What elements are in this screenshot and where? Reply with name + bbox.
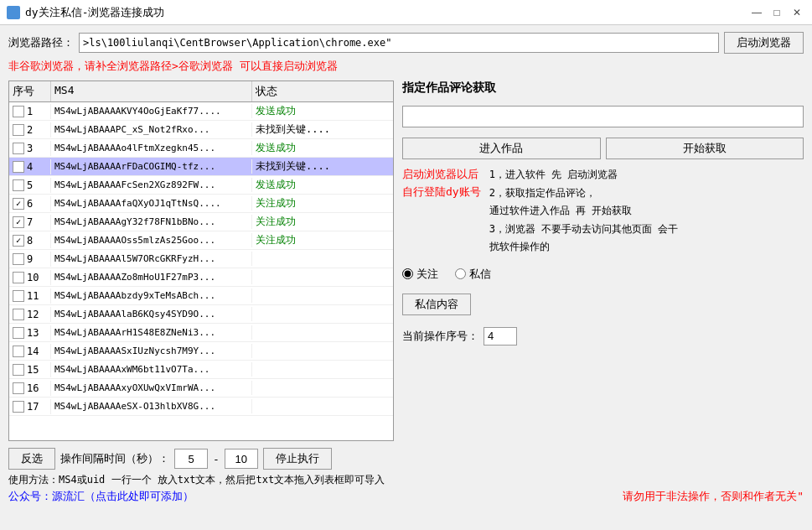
table-cell-status: 发送成功 [252, 176, 393, 194]
table-cell-seq: 12 [9, 307, 51, 322]
row-checkbox[interactable] [13, 401, 24, 413]
row-seq-num: 8 [27, 235, 33, 247]
interval-min-input[interactable] [174, 449, 208, 469]
table-cell-seq: 4 [9, 159, 51, 174]
table-row: 16MS4wLjABAAAAxyOXUwQxVImrWA... [9, 379, 393, 398]
reverse-select-button[interactable]: 反选 [8, 448, 55, 470]
browser-label: 浏览器路径： [8, 35, 74, 50]
instruction-line: 通过软件进入作品 再 开始获取 [489, 202, 679, 221]
radio-dm[interactable] [455, 268, 466, 279]
stop-execute-button[interactable]: 停止执行 [263, 448, 332, 470]
table-cell-seq: 11 [9, 288, 51, 304]
table-cell-status: 关注成功 [252, 213, 393, 231]
row-checkbox[interactable]: ✓ [13, 198, 24, 210]
row-checkbox[interactable] [13, 124, 24, 136]
private-btn-row: 私信内容 [402, 294, 804, 315]
interval-max-input[interactable] [225, 449, 258, 469]
table-cell-status [252, 368, 393, 372]
table-cell-seq: 1 [9, 104, 51, 119]
table-cell-seq: 14 [9, 344, 51, 359]
table-row: 9MS4wLjABAAAAl5W7ORcGKRFyzH... [9, 250, 393, 268]
row-checkbox[interactable] [13, 290, 24, 302]
maximize-button[interactable]: □ [768, 4, 785, 21]
public-account-link[interactable]: 公众号：源流汇（点击此处即可添加） [8, 489, 194, 504]
current-seq-label: 当前操作序号： [402, 329, 478, 344]
table-row: 3MS4wLjABAAAAo4lFtmXzegkn45...发送成功 [9, 139, 393, 158]
table-cell-ms4: MS4wLjABAAAASxIUzNycsh7M9Y... [51, 344, 252, 358]
start-fetch-button[interactable]: 开始获取 [606, 138, 804, 159]
table-row: ✓7MS4wLjABAAAAgY32f78FN1bBNo...关注成功 [9, 213, 393, 231]
row-seq-num: 11 [27, 290, 39, 302]
row-checkbox[interactable] [13, 179, 24, 191]
row-checkbox[interactable] [13, 364, 24, 376]
row-checkbox[interactable] [13, 327, 24, 339]
private-msg-button[interactable]: 私信内容 [402, 294, 471, 315]
browser-path-input[interactable] [79, 33, 719, 53]
table-cell-ms4: MS4wLjABAAAAeSX-O13hlbXV8G... [51, 399, 252, 413]
row-checkbox[interactable] [13, 272, 24, 283]
table-row: 5MS4wLjABAAAAFcSen2XGz892FW...发送成功 [9, 176, 393, 195]
radio-follow-label[interactable]: 关注 [402, 267, 438, 282]
row-checkbox[interactable]: ✓ [13, 216, 24, 228]
row-seq-num: 17 [27, 401, 39, 413]
middle-area: 启动浏览器以后 自行登陆dy账号 1，进入软件 先 启动浏览器2，获取指定作品评… [402, 166, 804, 257]
current-seq-input[interactable] [484, 327, 517, 346]
table-cell-ms4: MS4wLjABAAAPC_xS_Not2fRxo... [51, 122, 252, 137]
work-input[interactable] [402, 106, 804, 127]
row-checkbox[interactable] [13, 253, 24, 265]
minimize-button[interactable]: — [748, 4, 765, 21]
row-checkbox[interactable] [13, 106, 24, 117]
table-cell-ms4: MS4wLjABAAAAo4lFtmXzegkn45... [51, 141, 252, 155]
table-cell-status: 关注成功 [252, 195, 393, 212]
table-cell-ms4: MS4wLjABAAAAZo8mHoU1F27mP3... [51, 270, 252, 284]
row-checkbox[interactable] [13, 309, 24, 320]
bottom-controls-row: 反选 操作间隔时间（秒）： - 停止执行 [8, 448, 804, 470]
table-row: 12MS4wLjABAAAAlaB6KQsy4SYD9O... [9, 305, 393, 324]
row-seq-num: 5 [27, 179, 33, 191]
row-checkbox[interactable] [13, 382, 24, 394]
table-row: ✓6MS4wLjABAAAAfaQXyOJ1qTtNsQ....关注成功 [9, 195, 393, 213]
table-cell-seq: 2 [9, 122, 51, 138]
table-cell-status: 未找到关键.... [252, 121, 393, 138]
table-cell-status [252, 257, 393, 261]
row-checkbox[interactable] [13, 161, 24, 173]
window-controls: — □ ✕ [748, 4, 805, 21]
table-cell-status: 未找到关键.... [252, 158, 393, 175]
table-cell-seq: ✓6 [9, 196, 51, 211]
table-cell-status [252, 276, 393, 279]
row-checkbox[interactable]: ✓ [13, 235, 24, 247]
instruction-line: 2，获取指定作品评论， [489, 184, 679, 203]
table-cell-seq: 5 [9, 178, 51, 193]
table-row: 10MS4wLjABAAAAZo8mHoU1F27mP3... [9, 268, 393, 287]
radio-row: 关注 私信 [402, 267, 804, 282]
launch-browser-button[interactable]: 启动浏览器 [724, 32, 804, 54]
right-section-title: 指定作品评论获取 [402, 81, 804, 96]
row-seq-num: 6 [27, 198, 33, 210]
col-header-seq: 序号 [9, 81, 51, 101]
table-cell-status [252, 405, 393, 408]
title-bar: dy关注私信-浏览器连接成功 — □ ✕ [0, 0, 812, 25]
radio-dm-label[interactable]: 私信 [455, 267, 491, 282]
table-body[interactable]: 1MS4wLjABAAAAKVY4OoGjEaKf77....发送成功2MS4w… [9, 102, 393, 440]
radio-follow[interactable] [402, 268, 413, 279]
close-button[interactable]: ✕ [789, 4, 805, 21]
instruction-line: 3，浏览器 不要手动去访问其他页面 会干 [489, 221, 679, 239]
row-seq-num: 7 [27, 216, 33, 228]
row-checkbox[interactable] [13, 143, 24, 154]
table-cell-ms4: MS4wLjABAAAAlaB6KQsy4SYD9O... [51, 307, 252, 321]
table-cell-status [252, 331, 393, 335]
table-row: ✓8MS4wLjABAAAAOss5mlzAs25Goo...关注成功 [9, 231, 393, 250]
row-checkbox[interactable] [13, 346, 24, 357]
table-header: 序号 MS4 状态 [9, 81, 393, 102]
table-cell-seq: 15 [9, 362, 51, 377]
table-cell-ms4: MS4wLjABAAAAOss5mlzAs25Goo... [51, 233, 252, 247]
table-cell-status [252, 313, 393, 316]
table-cell-seq: 9 [9, 252, 51, 267]
table-row: 11MS4wLjABAAAAbzdy9xTeMsABch... [9, 287, 393, 305]
enter-work-button[interactable]: 进入作品 [402, 138, 601, 159]
table-cell-status [252, 294, 393, 298]
table-cell-status [252, 350, 393, 353]
row-seq-num: 15 [27, 364, 39, 376]
right-panel: 指定作品评论获取 进入作品 开始获取 启动浏览器以后 自行登陆dy账号 1，进入… [402, 81, 804, 441]
table-cell-seq: ✓7 [9, 215, 51, 230]
